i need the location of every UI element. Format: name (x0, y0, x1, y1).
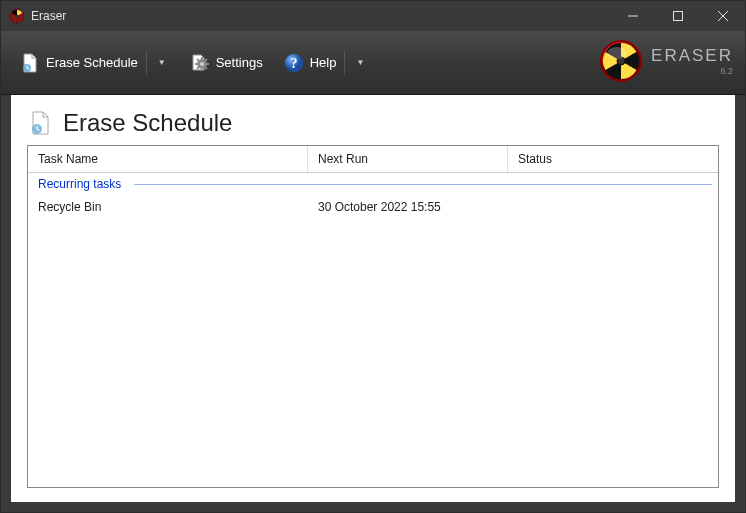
chevron-down-icon[interactable]: ▼ (353, 58, 367, 67)
app-window: Eraser Erase Schedule (0, 0, 746, 513)
brand-text: ERASER 6.2 (651, 46, 733, 76)
document-icon (27, 110, 53, 136)
svg-point-1 (16, 15, 19, 18)
table-header: Task Name Next Run Status (28, 146, 718, 173)
svg-text:?: ? (290, 56, 297, 71)
brand: ERASER 6.2 (599, 39, 733, 83)
task-table: Task Name Next Run Status Recurring task… (27, 145, 719, 488)
group-header-recurring: Recurring tasks (28, 173, 718, 194)
cell-task-name: Recycle Bin (28, 196, 308, 218)
brand-version: 6.2 (720, 66, 733, 76)
svg-point-8 (200, 62, 204, 66)
minimize-button[interactable] (610, 1, 655, 31)
column-header-status[interactable]: Status (508, 146, 718, 172)
svg-line-13 (197, 59, 199, 61)
cell-next-run: 30 October 2022 15:55 (308, 196, 508, 218)
svg-rect-3 (673, 12, 682, 21)
svg-line-16 (197, 67, 199, 69)
svg-line-14 (205, 67, 207, 69)
help-icon: ? (283, 52, 305, 74)
erase-schedule-button[interactable]: Erase Schedule ▼ (13, 47, 175, 79)
svg-point-23 (607, 47, 627, 59)
help-label: Help (310, 55, 337, 70)
titlebar: Eraser (1, 1, 745, 31)
titlebar-title: Eraser (31, 9, 610, 23)
chevron-down-icon[interactable]: ▼ (155, 58, 169, 67)
erase-schedule-label: Erase Schedule (46, 55, 138, 70)
content-area: Erase Schedule Task Name Next Run Status… (11, 95, 735, 502)
toolbar: Erase Schedule ▼ (1, 31, 745, 95)
svg-line-15 (205, 59, 207, 61)
page-header: Erase Schedule (27, 109, 719, 137)
help-button[interactable]: ? Help ▼ (277, 47, 374, 79)
page-title: Erase Schedule (63, 109, 232, 137)
app-icon (9, 8, 25, 24)
window-controls (610, 1, 745, 31)
cell-status (508, 196, 718, 218)
document-icon (19, 52, 41, 74)
settings-button[interactable]: Settings (183, 48, 269, 78)
maximize-button[interactable] (655, 1, 700, 31)
column-header-task-name[interactable]: Task Name (28, 146, 308, 172)
column-header-next-run[interactable]: Next Run (308, 146, 508, 172)
gear-icon (189, 52, 211, 74)
eraser-logo-icon (599, 39, 643, 83)
close-button[interactable] (700, 1, 745, 31)
table-row[interactable]: Recycle Bin 30 October 2022 15:55 (28, 194, 718, 220)
settings-label: Settings (216, 55, 263, 70)
brand-name: ERASER (651, 46, 733, 66)
